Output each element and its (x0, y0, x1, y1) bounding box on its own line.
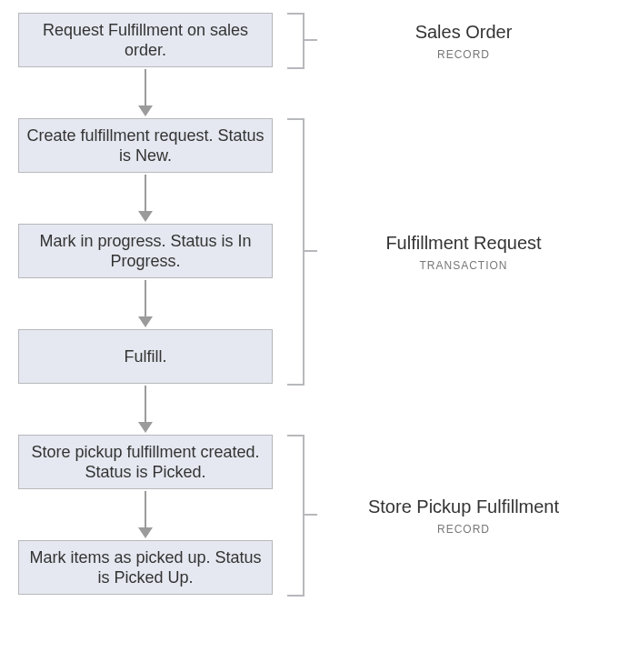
node-text: Fulfill. (124, 346, 166, 367)
svg-marker-2 (138, 316, 153, 327)
svg-marker-1 (138, 211, 153, 222)
group-title: Store Pickup Fulfillment (345, 496, 582, 517)
node-store-pickup-created: Store pickup fulfillment created. Status… (18, 435, 273, 489)
flow-diagram: Request Fulfillment on sales order. Crea… (0, 0, 629, 672)
group-label-fulfillment-request: Fulfillment Request TRANSACTION (345, 233, 582, 272)
node-text: Request Fulfillment on sales order. (26, 20, 265, 61)
svg-marker-4 (138, 527, 153, 538)
svg-marker-0 (138, 105, 153, 116)
group-subtitle: RECORD (345, 48, 582, 61)
group-subtitle: RECORD (345, 523, 582, 536)
arrow (18, 491, 273, 538)
arrow (18, 69, 273, 116)
arrowhead-icon (138, 422, 153, 433)
node-text: Create fulfillment request. Status is Ne… (26, 125, 265, 166)
node-text: Mark in progress. Status is In Progress. (26, 231, 265, 272)
node-text: Mark items as picked up. Status is Picke… (26, 547, 265, 588)
svg-marker-3 (138, 422, 153, 433)
bracket-icon (287, 435, 318, 597)
arrowhead-icon (138, 211, 153, 222)
node-create-fulfillment-request: Create fulfillment request. Status is Ne… (18, 118, 273, 173)
arrow (18, 280, 273, 327)
arrowhead-icon (138, 105, 153, 116)
node-request-fulfillment: Request Fulfillment on sales order. (18, 13, 273, 67)
node-mark-picked-up: Mark items as picked up. Status is Picke… (18, 540, 273, 595)
node-fulfill: Fulfill. (18, 329, 273, 384)
arrowhead-icon (138, 527, 153, 538)
group-label-store-pickup: Store Pickup Fulfillment RECORD (345, 496, 582, 536)
arrowhead-icon (138, 316, 153, 327)
group-title: Fulfillment Request (345, 233, 582, 254)
group-title: Sales Order (345, 22, 582, 43)
bracket-icon (287, 118, 318, 386)
arrow (18, 386, 273, 433)
node-text: Store pickup fulfillment created. Status… (26, 442, 265, 483)
node-mark-in-progress: Mark in progress. Status is In Progress. (18, 224, 273, 278)
group-label-sales-order: Sales Order RECORD (345, 22, 582, 61)
bracket-icon (287, 13, 318, 69)
group-subtitle: TRANSACTION (345, 259, 582, 272)
arrow (18, 175, 273, 222)
